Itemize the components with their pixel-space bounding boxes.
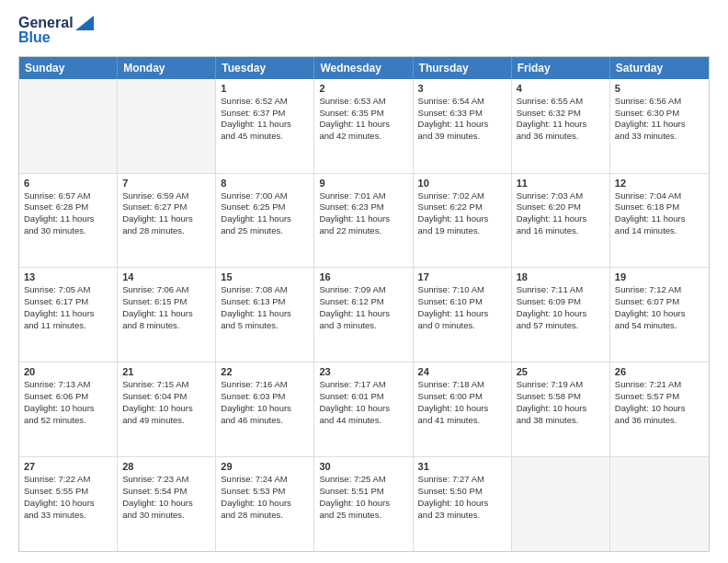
calendar-cell: 9Sunrise: 7:01 AMSunset: 6:23 PMDaylight…: [314, 174, 413, 268]
cell-info-line: Sunrise: 6:59 AM: [122, 190, 210, 202]
calendar-cell: 7Sunrise: 6:59 AMSunset: 6:27 PMDaylight…: [118, 174, 216, 268]
calendar-cell: 15Sunrise: 7:08 AMSunset: 6:13 PMDayligh…: [216, 268, 314, 362]
calendar-week-5: 27Sunrise: 7:22 AMSunset: 5:55 PMDayligh…: [19, 456, 709, 551]
cell-info-line: and 5 minutes.: [221, 320, 309, 332]
day-number: 28: [122, 461, 210, 472]
calendar-header-row: SundayMondayTuesdayWednesdayThursdayFrid…: [19, 57, 709, 79]
cell-info-line: Daylight: 11 hours: [319, 119, 407, 131]
cell-info-line: Daylight: 10 hours: [418, 403, 506, 415]
cell-info-line: Sunrise: 7:06 AM: [122, 284, 210, 296]
cell-info-line: Daylight: 11 hours: [24, 213, 112, 225]
cell-info-line: Sunset: 6:27 PM: [122, 201, 210, 213]
cell-info-line: Sunset: 6:17 PM: [24, 296, 112, 308]
cell-info-line: Daylight: 11 hours: [24, 308, 112, 320]
cell-info-line: Sunset: 6:15 PM: [122, 296, 210, 308]
cell-info-line: Sunrise: 6:53 AM: [319, 96, 407, 108]
cell-info-line: Sunrise: 7:16 AM: [221, 379, 309, 391]
cell-info-line: Sunset: 6:25 PM: [221, 201, 309, 213]
calendar-cell: 10Sunrise: 7:02 AMSunset: 6:22 PMDayligh…: [414, 174, 512, 268]
day-number: 25: [517, 366, 605, 377]
calendar-cell: 27Sunrise: 7:22 AMSunset: 5:55 PMDayligh…: [19, 457, 118, 551]
calendar-cell: 29Sunrise: 7:24 AMSunset: 5:53 PMDayligh…: [216, 457, 314, 551]
cell-info-line: Daylight: 11 hours: [319, 308, 407, 320]
cell-info-line: Sunset: 5:51 PM: [319, 486, 407, 498]
calendar-cell: 1Sunrise: 6:52 AMSunset: 6:37 PMDaylight…: [216, 79, 314, 173]
cell-info-line: Sunset: 6:18 PM: [615, 201, 704, 213]
calendar-cell: 5Sunrise: 6:56 AMSunset: 6:30 PMDaylight…: [610, 79, 709, 173]
cell-info-line: Daylight: 10 hours: [319, 403, 407, 415]
day-number: 19: [615, 271, 704, 282]
calendar-cell: 28Sunrise: 7:23 AMSunset: 5:54 PMDayligh…: [118, 457, 216, 551]
cell-info-line: Daylight: 10 hours: [24, 403, 112, 415]
day-number: 15: [221, 271, 309, 282]
cell-info-line: Daylight: 11 hours: [221, 213, 309, 225]
logo-arrow-icon: [75, 16, 94, 30]
calendar-cell: 2Sunrise: 6:53 AMSunset: 6:35 PMDaylight…: [314, 79, 413, 173]
cell-info-line: Sunset: 5:57 PM: [615, 391, 704, 403]
cell-info-line: Sunrise: 7:12 AM: [615, 284, 704, 296]
cell-info-line: and 33 minutes.: [615, 131, 704, 143]
cell-info-line: Sunset: 6:12 PM: [319, 296, 407, 308]
cell-info-line: Sunrise: 7:23 AM: [122, 474, 210, 486]
cell-info-line: and 16 minutes.: [517, 225, 605, 237]
day-number: 1: [221, 83, 309, 94]
cell-info-line: Daylight: 10 hours: [221, 498, 309, 510]
cell-info-line: and 3 minutes.: [319, 320, 407, 332]
cell-info-line: Daylight: 11 hours: [615, 213, 704, 225]
calendar: SundayMondayTuesdayWednesdayThursdayFrid…: [18, 56, 710, 552]
cell-info-line: Sunrise: 7:05 AM: [24, 284, 112, 296]
cell-info-line: Sunrise: 7:21 AM: [615, 379, 704, 391]
cell-info-line: Sunrise: 7:11 AM: [517, 284, 605, 296]
calendar-cell: 17Sunrise: 7:10 AMSunset: 6:10 PMDayligh…: [414, 268, 512, 362]
cell-info-line: Sunrise: 7:27 AM: [418, 474, 506, 486]
calendar-week-4: 20Sunrise: 7:13 AMSunset: 6:06 PMDayligh…: [19, 362, 709, 456]
cell-info-line: Sunrise: 7:03 AM: [517, 190, 605, 202]
cell-info-line: Daylight: 10 hours: [122, 498, 210, 510]
cell-info-line: Sunrise: 6:52 AM: [221, 96, 309, 108]
calendar-body: 1Sunrise: 6:52 AMSunset: 6:37 PMDaylight…: [19, 79, 709, 551]
day-number: 2: [319, 83, 407, 94]
calendar-week-2: 6Sunrise: 6:57 AMSunset: 6:28 PMDaylight…: [19, 173, 709, 268]
cell-info-line: Sunset: 6:07 PM: [615, 296, 704, 308]
cell-info-line: Daylight: 10 hours: [517, 308, 605, 320]
cell-info-line: and 22 minutes.: [319, 225, 407, 237]
day-number: 11: [517, 178, 605, 189]
cell-info-line: and 8 minutes.: [122, 320, 210, 332]
day-number: 12: [615, 178, 704, 189]
day-number: 3: [418, 83, 506, 94]
day-number: 17: [418, 271, 506, 282]
cell-info-line: Sunset: 5:54 PM: [122, 486, 210, 498]
cell-info-line: Daylight: 11 hours: [122, 213, 210, 225]
cell-info-line: and 57 minutes.: [517, 320, 605, 332]
cell-info-line: Daylight: 10 hours: [615, 403, 704, 415]
calendar-week-3: 13Sunrise: 7:05 AMSunset: 6:17 PMDayligh…: [19, 267, 709, 362]
cell-info-line: and 28 minutes.: [122, 225, 210, 237]
cell-info-line: and 33 minutes.: [24, 510, 112, 522]
calendar-cell: 31Sunrise: 7:27 AMSunset: 5:50 PMDayligh…: [414, 457, 512, 551]
cell-info-line: and 25 minutes.: [319, 510, 407, 522]
day-number: 7: [122, 178, 210, 189]
cell-info-line: Sunrise: 6:56 AM: [615, 96, 704, 108]
calendar-cell: 13Sunrise: 7:05 AMSunset: 6:17 PMDayligh…: [19, 268, 118, 362]
cell-info-line: and 36 minutes.: [517, 131, 605, 143]
day-number: 31: [418, 461, 506, 472]
cell-info-line: Sunset: 6:32 PM: [517, 108, 605, 120]
day-header-monday: Monday: [118, 57, 216, 79]
cell-info-line: Sunrise: 7:17 AM: [319, 379, 407, 391]
day-number: 14: [122, 271, 210, 282]
day-header-friday: Friday: [512, 57, 610, 79]
calendar-week-1: 1Sunrise: 6:52 AMSunset: 6:37 PMDaylight…: [19, 79, 709, 173]
cell-info-line: Daylight: 11 hours: [517, 213, 605, 225]
calendar-cell: 3Sunrise: 6:54 AMSunset: 6:33 PMDaylight…: [414, 79, 512, 173]
cell-info-line: and 46 minutes.: [221, 415, 309, 427]
cell-info-line: Daylight: 11 hours: [517, 119, 605, 131]
cell-info-line: Sunset: 6:10 PM: [418, 296, 506, 308]
cell-info-line: Sunset: 6:20 PM: [517, 201, 605, 213]
cell-info-line: Sunset: 6:37 PM: [221, 108, 309, 120]
day-number: 8: [221, 178, 309, 189]
svg-marker-0: [75, 16, 94, 30]
calendar-cell: 12Sunrise: 7:04 AMSunset: 6:18 PMDayligh…: [610, 174, 709, 268]
day-number: 16: [319, 271, 407, 282]
cell-info-line: Sunrise: 7:09 AM: [319, 284, 407, 296]
cell-info-line: Sunset: 6:30 PM: [615, 108, 704, 120]
